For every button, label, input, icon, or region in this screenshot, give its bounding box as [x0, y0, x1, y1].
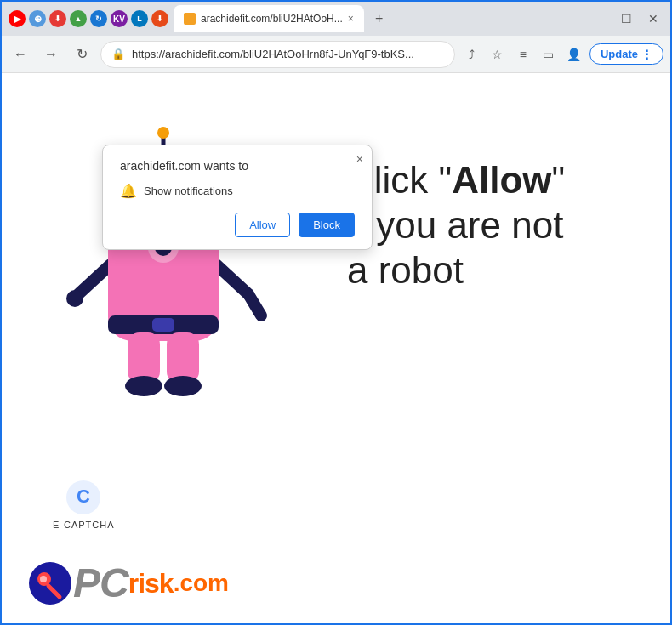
- page-content: × arachidefit.com wants to 🔔 Show notifi…: [2, 73, 670, 623]
- menu-extensions-icon[interactable]: ≡: [513, 44, 533, 65]
- ecaptcha-logo-svg: C: [65, 479, 102, 516]
- bookmark-icon[interactable]: ☆: [487, 44, 508, 65]
- click-text-line3: a robot: [347, 249, 464, 291]
- pcrisk-icon-svg: [27, 560, 73, 606]
- address-bar: ← → ↻ 🔒 https://arachidefit.com/bliU2HAt…: [2, 36, 670, 73]
- allow-text: Allow: [452, 159, 551, 201]
- svg-line-0: [78, 264, 111, 294]
- lock-icon: 🔒: [111, 48, 125, 60]
- lb-favicon[interactable]: L: [131, 10, 148, 27]
- share-icon[interactable]: ⤴: [462, 44, 482, 65]
- block-button[interactable]: Block: [299, 213, 355, 237]
- dl-favicon[interactable]: ⬇: [151, 10, 168, 27]
- allow-button[interactable]: Allow: [235, 213, 290, 237]
- tab-favicon: [184, 13, 196, 25]
- address-bar-input[interactable]: 🔒 https://arachidefit.com/bliU2HAtOoHrn8…: [100, 41, 455, 68]
- svg-text:C: C: [77, 486, 90, 507]
- update-chevron-icon: ⋮: [641, 48, 652, 60]
- pcrisk-com-text: .com: [174, 570, 229, 597]
- red-favicon[interactable]: ⬇: [49, 10, 66, 27]
- title-bar: ▶ ⊕ ⬇ ▲ ↻ KV L ⬇ arachidefit.com/bliU2HA…: [2, 2, 670, 36]
- svg-point-20: [125, 376, 162, 396]
- popup-permission-row: 🔔 Show notifications: [120, 183, 355, 199]
- click-text-quote: ": [552, 159, 566, 201]
- tab-close-button[interactable]: ×: [348, 13, 354, 25]
- svg-rect-17: [152, 318, 174, 332]
- youtube-favicon[interactable]: ▶: [9, 10, 26, 27]
- new-tab-button[interactable]: +: [369, 9, 390, 29]
- svg-point-24: [29, 562, 71, 605]
- popup-actions: Allow Block: [120, 213, 355, 237]
- close-button[interactable]: ✕: [643, 9, 663, 29]
- maximize-button[interactable]: ☐: [616, 9, 636, 29]
- pcrisk-logo: PCrisk.com: [27, 560, 229, 606]
- address-actions: ⤴ ☆ ≡ ▭ 👤 Update ⋮: [462, 43, 663, 65]
- forward-button[interactable]: →: [39, 43, 63, 66]
- tab-label: arachidefit.com/bliU2HAtOoH...: [201, 13, 343, 25]
- green-favicon[interactable]: ▲: [70, 10, 87, 27]
- notification-popup: × arachidefit.com wants to 🔔 Show notifi…: [102, 145, 373, 250]
- update-button[interactable]: Update ⋮: [589, 43, 663, 65]
- bell-icon: 🔔: [120, 183, 137, 199]
- active-tab[interactable]: arachidefit.com/bliU2HAtOoH... ×: [174, 5, 364, 32]
- svg-point-11: [157, 127, 169, 139]
- browser-window: ▶ ⊕ ⬇ ▲ ↻ KV L ⬇ arachidefit.com/bliU2HA…: [0, 0, 672, 625]
- popup-title: arachidefit.com wants to: [120, 159, 355, 173]
- profile-icon[interactable]: 👤: [564, 44, 584, 65]
- kv-favicon[interactable]: KV: [111, 10, 128, 27]
- popup-close-button[interactable]: ×: [356, 152, 363, 166]
- svg-point-27: [40, 576, 47, 582]
- window-controls: — ☐ ✕: [589, 9, 663, 29]
- url-text: https://arachidefit.com/bliU2HAtOoHrn8fJ…: [132, 48, 444, 60]
- globe-favicon[interactable]: ⊕: [29, 10, 46, 27]
- svg-line-2: [216, 264, 248, 294]
- svg-point-1: [66, 290, 83, 307]
- ecaptcha-label: E-CAPTCHA: [53, 520, 115, 530]
- ecaptcha-section: C E-CAPTCHA: [53, 479, 115, 530]
- click-text-line2: if you are not: [347, 204, 563, 246]
- click-allow-text: Click "Allow" if you are not a robot: [347, 158, 619, 293]
- svg-line-3: [248, 294, 261, 315]
- favicon-icons: ▶ ⊕ ⬇ ▲ ↻ KV L ⬇: [9, 10, 168, 27]
- minimize-button[interactable]: —: [589, 9, 609, 29]
- refresh-button[interactable]: ↻: [70, 43, 94, 66]
- blue-favicon[interactable]: ↻: [90, 10, 107, 27]
- update-label: Update: [601, 48, 638, 60]
- cast-icon[interactable]: ▭: [538, 44, 559, 65]
- pcrisk-risk-text: risk: [128, 570, 174, 597]
- popup-permission-text: Show notifications: [144, 185, 233, 197]
- pcrisk-pc-text: PC: [73, 563, 128, 604]
- back-button[interactable]: ←: [9, 43, 32, 66]
- svg-point-21: [164, 376, 202, 396]
